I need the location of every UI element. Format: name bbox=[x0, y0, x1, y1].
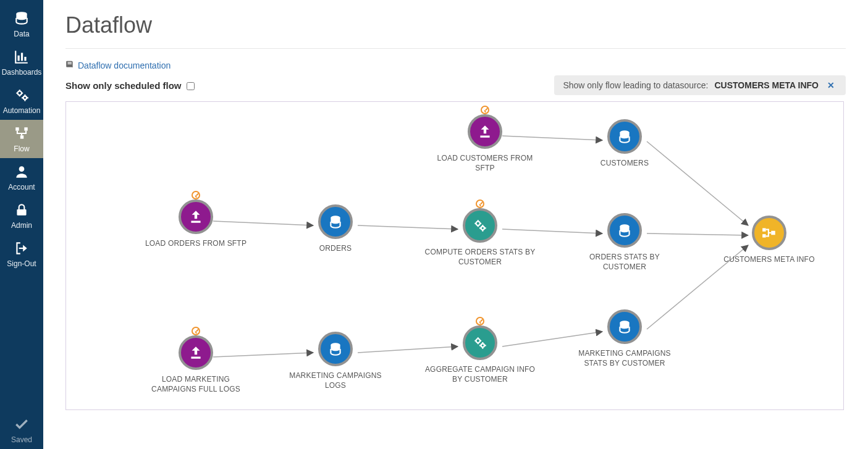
gears-icon bbox=[463, 325, 497, 360]
clock-icon bbox=[476, 317, 484, 325]
node-aggregate-campaign[interactable]: AGGREGATE CAMPAIGN INFO BY CUSTOMER bbox=[424, 325, 536, 384]
database-icon bbox=[607, 119, 642, 154]
datasource-filter-pill: Show only flow leading to datasource: CU… bbox=[554, 75, 846, 95]
svg-rect-30 bbox=[771, 231, 775, 235]
user-icon bbox=[13, 163, 30, 180]
node-load-orders-sftp[interactable]: LOAD ORDERS FROM SFTP bbox=[140, 199, 251, 249]
database-icon bbox=[607, 213, 642, 248]
svg-rect-3 bbox=[24, 57, 26, 61]
svg-rect-8 bbox=[20, 135, 23, 138]
documentation-link[interactable]: Dataflow documentation bbox=[78, 61, 171, 70]
svg-point-34 bbox=[481, 344, 484, 347]
sidebar-item-label: Flow bbox=[14, 145, 29, 153]
database-icon bbox=[318, 332, 353, 366]
sidebar-saved-indicator: Saved bbox=[0, 411, 43, 449]
svg-point-4 bbox=[18, 91, 22, 96]
node-label: AGGREGATE CAMPAIGN INFO BY CUSTOMER bbox=[424, 365, 536, 384]
upload-icon bbox=[179, 335, 213, 370]
node-label: ORDERS STATS BY CUSTOMER bbox=[569, 253, 680, 272]
doc-link-row: Dataflow documentation bbox=[65, 60, 846, 70]
node-orders[interactable]: ORDERS bbox=[280, 204, 391, 254]
page-title: Dataflow bbox=[65, 12, 846, 38]
svg-rect-6 bbox=[15, 127, 19, 130]
svg-rect-31 bbox=[191, 357, 200, 359]
sidebar-item-data[interactable]: Data bbox=[0, 5, 43, 43]
check-icon bbox=[13, 416, 30, 433]
upload-icon bbox=[179, 199, 213, 234]
clock-icon bbox=[481, 106, 489, 114]
sidebar-item-label: Sign-Out bbox=[7, 259, 36, 268]
svg-rect-29 bbox=[762, 234, 765, 237]
sidebar-item-label: Account bbox=[8, 183, 35, 191]
node-label: LOAD ORDERS FROM SFTP bbox=[145, 239, 246, 249]
sidebar: Data Dashboards Automation Flow Account bbox=[0, 0, 43, 449]
gears-icon bbox=[463, 208, 497, 243]
sidebar-item-automation[interactable]: Automation bbox=[0, 82, 43, 120]
gears-icon bbox=[13, 86, 30, 104]
filter-prefix-text: Show only flow leading to datasource: bbox=[563, 80, 708, 90]
node-label: CUSTOMERS META INFO bbox=[723, 255, 814, 265]
node-label: CUSTOMERS bbox=[600, 159, 649, 169]
scheduled-flow-toggle[interactable]: Show only scheduled flow bbox=[65, 80, 195, 91]
svg-rect-23 bbox=[191, 221, 200, 223]
sidebar-item-flow[interactable]: Flow bbox=[0, 120, 43, 158]
node-label: LOAD CUSTOMERS FROM SFTP bbox=[429, 154, 541, 173]
filter-clear-button[interactable]: ✕ bbox=[825, 80, 837, 90]
node-orders-stats[interactable]: ORDERS STATS BY CUSTOMER bbox=[569, 213, 680, 272]
scheduled-flow-label: Show only scheduled flow bbox=[65, 80, 182, 91]
node-customers[interactable]: CUSTOMERS bbox=[569, 119, 680, 169]
sidebar-item-dashboards[interactable]: Dashboards bbox=[0, 43, 43, 82]
database-icon bbox=[318, 204, 353, 239]
saved-label: Saved bbox=[11, 435, 32, 444]
sidebar-item-label: Admin bbox=[11, 221, 32, 230]
lock-icon bbox=[13, 201, 30, 219]
sidebar-item-admin[interactable]: Admin bbox=[0, 196, 43, 235]
main-content: Dataflow Dataflow documentation Show onl… bbox=[43, 0, 868, 449]
node-customers-meta-info[interactable]: CUSTOMERS META INFO bbox=[714, 216, 825, 265]
svg-rect-28 bbox=[762, 228, 765, 231]
flow-target-icon bbox=[752, 216, 786, 250]
flow-canvas[interactable]: LOAD CUSTOMERS FROM SFTP CUSTOMERS LOAD … bbox=[65, 101, 844, 410]
node-load-marketing-logs[interactable]: LOAD MARKETING CAMPAIGNS FULL LOGS bbox=[140, 335, 251, 394]
node-label: LOAD MARKETING CAMPAIGNS FULL LOGS bbox=[140, 375, 251, 394]
svg-rect-1 bbox=[18, 56, 20, 61]
node-label: COMPUTE ORDERS STATS BY CUSTOMER bbox=[424, 248, 536, 267]
sidebar-item-label: Automation bbox=[3, 106, 41, 115]
database-icon bbox=[607, 309, 642, 344]
svg-point-26 bbox=[481, 227, 484, 230]
node-label: MARKETING CAMPAIGNS STATS BY CUSTOMER bbox=[569, 349, 680, 368]
svg-rect-2 bbox=[21, 53, 23, 61]
clock-icon bbox=[192, 191, 200, 199]
node-label: ORDERS bbox=[319, 244, 352, 254]
chart-icon bbox=[13, 48, 30, 65]
flow-icon bbox=[13, 125, 30, 142]
svg-point-9 bbox=[19, 166, 25, 172]
scheduled-flow-checkbox[interactable] bbox=[187, 82, 195, 90]
upload-icon bbox=[468, 114, 502, 149]
svg-rect-21 bbox=[480, 136, 489, 138]
sidebar-item-label: Dashboards bbox=[2, 68, 42, 77]
clock-icon bbox=[476, 199, 484, 208]
signout-icon bbox=[13, 240, 30, 257]
svg-rect-10 bbox=[17, 209, 26, 216]
node-load-customers-sftp[interactable]: LOAD CUSTOMERS FROM SFTP bbox=[429, 114, 541, 173]
svg-point-25 bbox=[476, 222, 481, 226]
node-label: MARKETING CAMPAIGNS LOGS bbox=[280, 371, 391, 390]
sidebar-item-signout[interactable]: Sign-Out bbox=[0, 235, 43, 273]
book-icon bbox=[65, 60, 74, 70]
clock-icon bbox=[192, 327, 200, 335]
node-marketing-stats[interactable]: MARKETING CAMPAIGNS STATS BY CUSTOMER bbox=[569, 309, 680, 368]
filter-target-name: CUSTOMERS META INFO bbox=[714, 80, 819, 90]
node-compute-orders-stats[interactable]: COMPUTE ORDERS STATS BY CUSTOMER bbox=[424, 208, 536, 267]
svg-point-5 bbox=[23, 96, 27, 99]
node-marketing-logs[interactable]: MARKETING CAMPAIGNS LOGS bbox=[280, 332, 391, 390]
database-icon bbox=[13, 10, 30, 27]
svg-rect-7 bbox=[24, 127, 27, 130]
svg-point-33 bbox=[476, 339, 481, 343]
sidebar-item-label: Data bbox=[14, 30, 29, 38]
divider bbox=[65, 48, 846, 49]
sidebar-item-account[interactable]: Account bbox=[0, 158, 43, 196]
